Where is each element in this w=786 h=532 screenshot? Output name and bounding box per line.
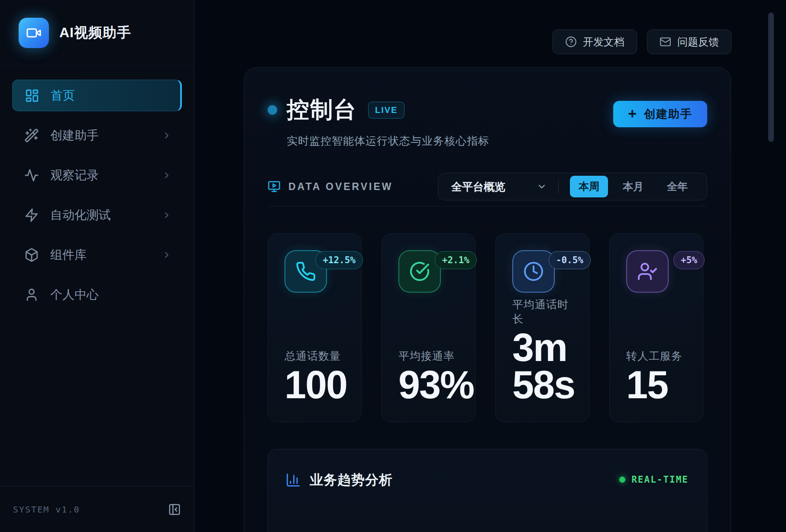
- sidebar-item-component-library[interactable]: 组件库: [12, 239, 182, 271]
- stat-card-avg-duration: -0.5% 平均通话时长 3m 58s: [495, 233, 589, 422]
- stat-card-answer-rate: +2.1% 平均接通率 93%: [382, 233, 475, 422]
- tab-this-week[interactable]: 本周: [570, 176, 608, 197]
- stats-row: +12.5% 总通话数量 100 +2.1% 平均接通率 93%: [268, 233, 707, 422]
- overview-controls: 全平台概览 本周 本月 全年: [438, 173, 707, 200]
- console-header: 控制台 LIVE 实时监控智能体运行状态与业务核心指标 + 创建助手: [268, 95, 707, 148]
- platform-select[interactable]: 全平台概览: [451, 180, 505, 194]
- sidebar-item-label: 个人中心: [50, 287, 99, 303]
- stat-value: 3m 58s: [512, 329, 574, 403]
- sidebar-item-label: 自动化测试: [50, 207, 111, 223]
- chevron-right-icon: [162, 171, 171, 180]
- page-title: 控制台: [287, 95, 357, 125]
- sidebar-item-personal-center[interactable]: 个人中心: [12, 279, 182, 310]
- divider: [558, 180, 559, 193]
- panel-collapse-icon[interactable]: [168, 503, 181, 516]
- scrollbar-thumb[interactable]: [768, 13, 774, 142]
- topbar-actions: 开发文档 问题反馈: [553, 29, 731, 54]
- box-icon: [24, 248, 39, 262]
- data-overview-row: DATA OVERVIEW 全平台概览 本周 本月 全年: [268, 173, 707, 200]
- user-icon: [24, 287, 39, 302]
- clock-icon: [512, 250, 555, 293]
- monitor-play-icon: [268, 180, 281, 193]
- delta-badge: -0.5%: [549, 251, 591, 269]
- trend-panel: 业务趋势分析 REAL-TIME: [268, 449, 707, 532]
- bar-chart-icon: [285, 472, 301, 488]
- app-title: AI视频助手: [59, 23, 131, 42]
- sidebar: AI视频助手 首页 创建助手: [0, 0, 194, 532]
- data-overview-label: DATA OVERVIEW: [268, 180, 393, 193]
- stat-label: 总通话数量: [285, 349, 346, 363]
- chevron-right-icon: [162, 250, 171, 260]
- chevron-right-icon: [162, 210, 171, 220]
- check-circle-icon: [398, 250, 441, 293]
- plus-icon: +: [628, 106, 637, 121]
- stat-value-line2: 58s: [512, 367, 574, 404]
- page-subtitle: 实时监控智能体运行状态与业务核心指标: [287, 134, 489, 148]
- trend-title-text: 业务趋势分析: [310, 471, 393, 489]
- help-circle-icon: [565, 36, 577, 48]
- chevron-down-icon: [537, 181, 547, 192]
- sidebar-item-home[interactable]: 首页: [12, 80, 182, 111]
- delta-badge: +2.1%: [435, 251, 477, 269]
- delta-badge: +5%: [673, 251, 705, 269]
- realtime-dot: [619, 477, 625, 483]
- live-badge: LIVE: [368, 102, 404, 119]
- realtime-status: REAL-TIME: [619, 474, 689, 485]
- sidebar-nav: 首页 创建助手 观察记录 自动: [0, 66, 194, 310]
- sidebar-item-label: 组件库: [50, 247, 87, 263]
- video-camera-icon: [19, 18, 49, 48]
- sidebar-item-create-assistant[interactable]: 创建助手: [12, 119, 182, 151]
- system-version: SYSTEM v1.0: [13, 504, 80, 515]
- stat-label: 转人工服务: [626, 349, 688, 363]
- zap-icon: [24, 208, 39, 222]
- divider: [268, 206, 707, 206]
- sidebar-item-automated-testing[interactable]: 自动化测试: [12, 199, 182, 231]
- trend-title: 业务趋势分析: [285, 471, 393, 489]
- stat-card-total-calls: +12.5% 总通话数量 100: [268, 233, 362, 422]
- feedback-label: 问题反馈: [677, 35, 719, 49]
- stat-value: 15: [626, 367, 688, 404]
- feedback-button[interactable]: 问题反馈: [647, 29, 731, 54]
- wand-icon: [24, 128, 39, 143]
- status-dot: [268, 105, 277, 115]
- time-range-tabs: 本周 本月 全年: [570, 176, 696, 197]
- dev-docs-button[interactable]: 开发文档: [553, 29, 637, 54]
- app-logo: AI视频助手: [0, 0, 194, 66]
- chevron-right-icon: [162, 131, 171, 140]
- stat-card-human-transfer: +5% 转人工服务 15: [609, 233, 703, 422]
- stat-label: 平均接通率: [398, 349, 460, 363]
- sidebar-item-label: 观察记录: [50, 167, 99, 184]
- delta-badge: +12.5%: [315, 251, 363, 269]
- console-panel: 控制台 LIVE 实时监控智能体运行状态与业务核心指标 + 创建助手 DATA …: [244, 67, 731, 532]
- stat-value: 100: [285, 367, 346, 404]
- data-overview-text: DATA OVERVIEW: [288, 181, 393, 193]
- console-title-block: 控制台 LIVE 实时监控智能体运行状态与业务核心指标: [268, 95, 489, 148]
- realtime-label: REAL-TIME: [631, 474, 689, 485]
- sidebar-item-label: 创建助手: [50, 127, 99, 144]
- user-check-icon: [626, 250, 669, 293]
- sidebar-footer: SYSTEM v1.0: [0, 486, 194, 532]
- stat-value: 93%: [398, 367, 460, 404]
- create-assistant-button[interactable]: + 创建助手: [613, 101, 707, 127]
- sidebar-item-observation-log[interactable]: 观察记录: [12, 159, 182, 191]
- tab-this-month[interactable]: 本月: [614, 176, 652, 197]
- app-root: AI视频助手 首页 创建助手: [0, 0, 786, 532]
- dev-docs-label: 开发文档: [583, 35, 624, 49]
- mail-icon: [660, 36, 671, 48]
- tab-full-year[interactable]: 全年: [658, 176, 696, 197]
- activity-icon: [24, 168, 39, 183]
- dashboard-icon: [25, 88, 39, 103]
- stat-label: 平均通话时长: [512, 297, 574, 326]
- sidebar-item-label: 首页: [51, 87, 75, 104]
- stat-value-line1: 3m: [512, 329, 574, 367]
- create-assistant-label: 创建助手: [644, 106, 692, 122]
